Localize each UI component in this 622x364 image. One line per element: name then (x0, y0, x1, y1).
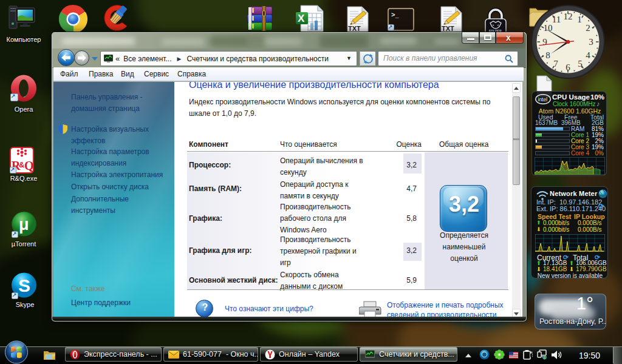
svg-text:3: 3 (589, 37, 593, 47)
svg-text:S: S (18, 275, 30, 295)
svg-text:8: 8 (545, 50, 550, 60)
svg-text:intel: intel (538, 96, 548, 103)
svg-text:2: 2 (586, 23, 590, 33)
svg-text:5: 5 (578, 59, 583, 69)
svg-text:4: 4 (586, 50, 590, 60)
svg-text:Q: Q (24, 159, 34, 172)
svg-text:11: 11 (552, 15, 561, 24)
svg-text:12: 12 (564, 12, 573, 21)
svg-text:X: X (298, 13, 305, 24)
svg-text:>_: >_ (391, 11, 399, 18)
svg-text:6: 6 (566, 62, 570, 72)
svg-text:1: 1 (577, 15, 582, 24)
svg-text:μ: μ (19, 215, 29, 234)
svg-text:10: 10 (544, 23, 553, 33)
svg-text:9: 9 (542, 37, 547, 47)
svg-text:&: & (19, 160, 24, 169)
svg-text:7: 7 (553, 59, 558, 69)
